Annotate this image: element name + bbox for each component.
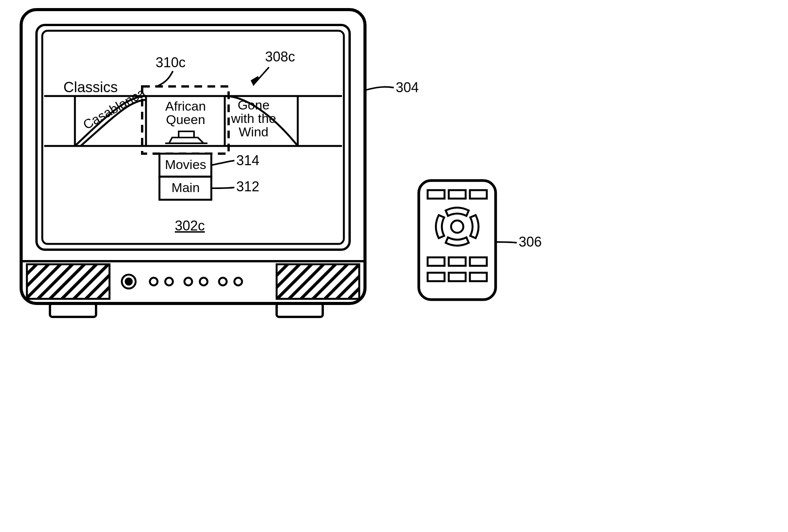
- category-label: Classics: [63, 79, 118, 95]
- svg-rect-42: [428, 257, 445, 266]
- svg-text:304: 304: [396, 80, 419, 95]
- svg-rect-38: [428, 190, 445, 199]
- svg-rect-47: [470, 273, 487, 281]
- svg-text:314: 314: [236, 152, 259, 168]
- svg-point-41: [451, 220, 463, 233]
- svg-text:310c: 310c: [156, 55, 186, 70]
- svg-rect-0: [50, 303, 96, 317]
- svg-text:312: 312: [236, 179, 259, 194]
- breadcrumb-bottom[interactable]: Main: [171, 180, 200, 195]
- svg-rect-39: [449, 190, 466, 199]
- svg-rect-45: [428, 273, 445, 281]
- svg-text:Gone: Gone: [237, 98, 269, 112]
- speaker-left: [27, 264, 109, 299]
- svg-rect-40: [470, 190, 487, 199]
- svg-rect-1: [277, 303, 323, 317]
- svg-rect-26: [179, 131, 194, 138]
- remote-control[interactable]: [419, 181, 496, 300]
- svg-rect-46: [449, 273, 466, 281]
- patent-figure: Classics Casablanca Gone with the Wind A…: [0, 0, 788, 532]
- breadcrumb-top[interactable]: Movies: [165, 157, 206, 172]
- svg-text:302c: 302c: [175, 218, 205, 234]
- svg-text:Queen: Queen: [166, 112, 205, 127]
- svg-text:308c: 308c: [265, 49, 295, 65]
- svg-point-7: [126, 278, 132, 285]
- svg-rect-44: [470, 257, 487, 266]
- svg-text:African: African: [165, 99, 206, 113]
- carousel-center-item[interactable]: African Queen: [165, 99, 206, 127]
- svg-text:Wind: Wind: [239, 124, 268, 139]
- svg-rect-43: [449, 257, 466, 266]
- svg-text:306: 306: [519, 234, 542, 250]
- svg-text:with the: with the: [231, 111, 276, 126]
- speaker-right: [277, 264, 359, 299]
- breadcrumb-stack[interactable]: Movies Main: [159, 154, 211, 200]
